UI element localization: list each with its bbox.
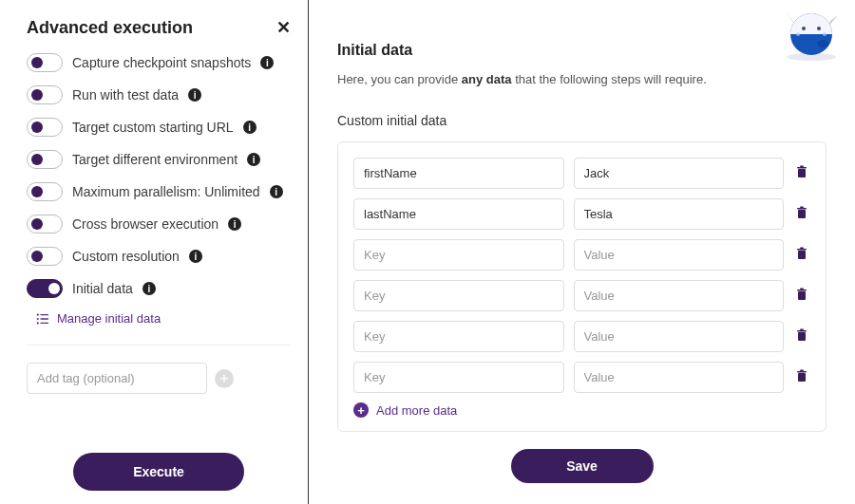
toggle-maximum-parallelism-unlimited[interactable]: [27, 182, 63, 201]
close-icon: ✕: [276, 18, 291, 37]
toggle-knob: [31, 121, 43, 133]
toggle-knob: [31, 154, 43, 165]
data-row: [353, 158, 810, 189]
svg-rect-15: [800, 166, 804, 168]
info-icon[interactable]: i: [260, 56, 274, 69]
info-icon[interactable]: i: [247, 153, 260, 166]
toggle-capture-checkpoint-snapshots[interactable]: [27, 53, 63, 72]
toggle-initial-data[interactable]: [27, 279, 63, 298]
add-more-label: Add more data: [376, 403, 457, 418]
svg-rect-21: [800, 248, 804, 250]
execute-button[interactable]: Execute: [73, 453, 244, 491]
initial-data-title: Initial data: [337, 42, 826, 59]
info-icon[interactable]: i: [270, 185, 283, 198]
svg-point-12: [817, 40, 828, 47]
svg-point-4: [37, 322, 39, 324]
svg-rect-29: [797, 371, 807, 373]
svg-point-8: [802, 27, 806, 30]
option-row: Run with test datai: [27, 85, 291, 104]
data-row: [353, 198, 810, 230]
toggle-custom-resolution[interactable]: [27, 247, 63, 266]
svg-rect-22: [798, 291, 806, 300]
info-icon[interactable]: i: [189, 250, 202, 263]
info-icon[interactable]: i: [228, 217, 241, 231]
svg-rect-27: [800, 329, 804, 331]
toggle-run-with-test-data[interactable]: [27, 85, 63, 104]
data-key-input[interactable]: [353, 280, 564, 311]
data-value-input[interactable]: [574, 239, 785, 271]
svg-point-10: [796, 32, 800, 36]
trash-icon: [794, 164, 809, 179]
initial-data-description: Here, you can provide any data that the …: [337, 72, 826, 86]
toggle-knob: [31, 251, 43, 262]
custom-data-card: + Add more data: [337, 141, 826, 432]
add-tag-row: +: [27, 345, 291, 394]
info-icon[interactable]: i: [243, 121, 256, 134]
data-value-input[interactable]: [574, 280, 785, 311]
toggle-cross-browser-execution[interactable]: [27, 215, 63, 233]
trash-icon: [794, 327, 809, 343]
svg-rect-30: [800, 370, 804, 372]
option-row: Target custom starting URLi: [27, 118, 291, 137]
delete-row-button[interactable]: [793, 327, 810, 345]
svg-rect-24: [800, 289, 804, 290]
option-label: Capture checkpoint snapshots: [72, 55, 251, 70]
data-value-input[interactable]: [574, 362, 785, 393]
list-icon: [36, 312, 49, 326]
svg-rect-26: [797, 330, 807, 332]
svg-rect-5: [40, 322, 48, 323]
data-key-input[interactable]: [353, 362, 564, 393]
delete-row-button[interactable]: [793, 205, 810, 223]
right-panel: Initial data Here, you can provide any d…: [309, 0, 855, 504]
trash-icon: [794, 246, 809, 261]
data-row: [353, 321, 810, 352]
data-value-input[interactable]: [574, 198, 785, 230]
option-row: Cross browser executioni: [27, 215, 291, 233]
data-value-input[interactable]: [574, 158, 785, 189]
data-key-input[interactable]: [353, 321, 564, 352]
tag-input[interactable]: [27, 363, 207, 394]
svg-rect-16: [798, 210, 806, 218]
close-button[interactable]: ✕: [276, 17, 291, 38]
left-panel: Advanced execution ✕ Capture checkpoint …: [0, 0, 309, 504]
option-label: Target different environment: [72, 152, 238, 167]
save-button[interactable]: Save: [511, 449, 654, 483]
add-tag-button[interactable]: +: [215, 369, 234, 388]
option-row: Capture checkpoint snapshotsi: [27, 53, 291, 72]
delete-row-button[interactable]: [793, 368, 810, 386]
info-icon[interactable]: i: [188, 88, 201, 102]
manage-initial-data-link[interactable]: Manage initial data: [36, 311, 291, 326]
option-row: Custom resolutioni: [27, 247, 291, 266]
option-label: Run with test data: [72, 87, 179, 103]
delete-row-button[interactable]: [793, 246, 810, 264]
toggle-knob: [48, 283, 60, 294]
toggle-knob: [31, 218, 43, 230]
data-key-input[interactable]: [353, 239, 564, 271]
svg-rect-18: [800, 207, 804, 209]
option-row: Target different environmenti: [27, 150, 291, 169]
svg-rect-13: [798, 169, 806, 177]
toggle-target-custom-starting-url[interactable]: [27, 118, 63, 137]
custom-initial-data-label: Custom initial data: [337, 113, 826, 128]
add-more-data-button[interactable]: + Add more data: [353, 402, 810, 418]
toggle-target-different-environment[interactable]: [27, 150, 63, 169]
delete-row-button[interactable]: [793, 164, 810, 182]
info-icon[interactable]: i: [142, 282, 156, 295]
option-label: Custom resolution: [72, 249, 180, 264]
svg-point-2: [37, 317, 39, 319]
trash-icon: [794, 287, 809, 302]
manage-initial-data-label: Manage initial data: [57, 311, 161, 326]
option-label: Cross browser execution: [72, 216, 218, 232]
robot-mascot-icon: [775, 6, 842, 63]
data-value-input[interactable]: [574, 321, 785, 352]
svg-rect-3: [40, 318, 48, 319]
option-label: Initial data: [72, 281, 133, 296]
option-row: Initial datai: [27, 279, 291, 298]
data-key-input[interactable]: [353, 158, 564, 189]
panel-header: Advanced execution ✕: [27, 17, 291, 38]
svg-point-9: [817, 27, 821, 30]
plus-circle-icon: +: [353, 402, 369, 418]
delete-row-button[interactable]: [793, 287, 810, 305]
data-key-input[interactable]: [353, 198, 564, 230]
option-row: Maximum parallelism: Unlimitedi: [27, 182, 291, 201]
